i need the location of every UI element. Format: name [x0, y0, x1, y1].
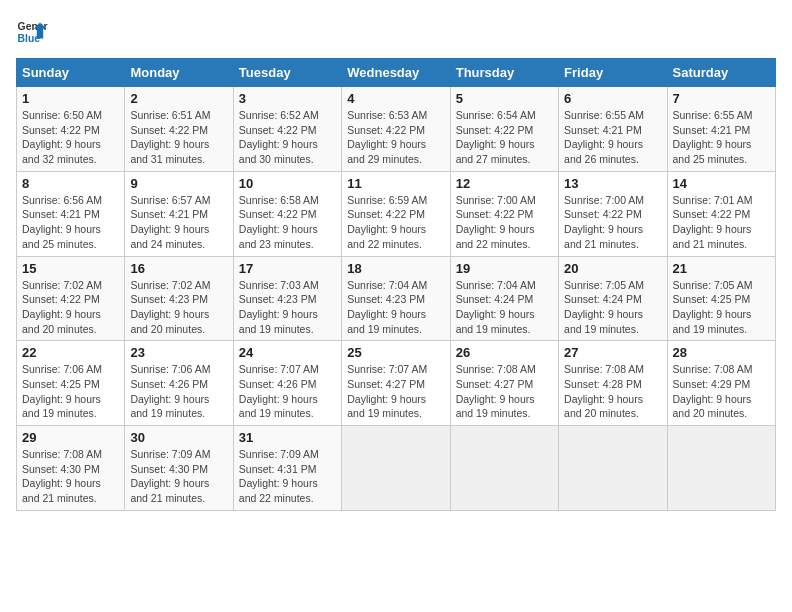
- day-number: 2: [130, 91, 227, 106]
- day-info: Sunrise: 7:08 AM Sunset: 4:29 PM Dayligh…: [673, 362, 770, 421]
- day-number: 5: [456, 91, 553, 106]
- calendar-cell: 1Sunrise: 6:50 AM Sunset: 4:22 PM Daylig…: [17, 87, 125, 172]
- day-info: Sunrise: 7:07 AM Sunset: 4:26 PM Dayligh…: [239, 362, 336, 421]
- day-number: 30: [130, 430, 227, 445]
- day-number: 25: [347, 345, 444, 360]
- calendar-cell: 24Sunrise: 7:07 AM Sunset: 4:26 PM Dayli…: [233, 341, 341, 426]
- day-number: 8: [22, 176, 119, 191]
- day-info: Sunrise: 7:02 AM Sunset: 4:23 PM Dayligh…: [130, 278, 227, 337]
- column-header-monday: Monday: [125, 59, 233, 87]
- day-number: 16: [130, 261, 227, 276]
- day-info: Sunrise: 6:56 AM Sunset: 4:21 PM Dayligh…: [22, 193, 119, 252]
- calendar-cell: 27Sunrise: 7:08 AM Sunset: 4:28 PM Dayli…: [559, 341, 667, 426]
- calendar-cell: [559, 426, 667, 511]
- calendar-cell: 5Sunrise: 6:54 AM Sunset: 4:22 PM Daylig…: [450, 87, 558, 172]
- day-info: Sunrise: 7:07 AM Sunset: 4:27 PM Dayligh…: [347, 362, 444, 421]
- day-number: 11: [347, 176, 444, 191]
- day-info: Sunrise: 7:09 AM Sunset: 4:30 PM Dayligh…: [130, 447, 227, 506]
- calendar-cell: [342, 426, 450, 511]
- day-info: Sunrise: 7:08 AM Sunset: 4:27 PM Dayligh…: [456, 362, 553, 421]
- day-number: 10: [239, 176, 336, 191]
- calendar-cell: 4Sunrise: 6:53 AM Sunset: 4:22 PM Daylig…: [342, 87, 450, 172]
- calendar-cell: 15Sunrise: 7:02 AM Sunset: 4:22 PM Dayli…: [17, 256, 125, 341]
- day-number: 4: [347, 91, 444, 106]
- day-info: Sunrise: 7:04 AM Sunset: 4:23 PM Dayligh…: [347, 278, 444, 337]
- calendar-cell: 23Sunrise: 7:06 AM Sunset: 4:26 PM Dayli…: [125, 341, 233, 426]
- column-header-friday: Friday: [559, 59, 667, 87]
- calendar-cell: 14Sunrise: 7:01 AM Sunset: 4:22 PM Dayli…: [667, 171, 775, 256]
- day-number: 28: [673, 345, 770, 360]
- header: General Blue: [16, 16, 776, 48]
- calendar-cell: 18Sunrise: 7:04 AM Sunset: 4:23 PM Dayli…: [342, 256, 450, 341]
- day-number: 22: [22, 345, 119, 360]
- calendar-cell: 6Sunrise: 6:55 AM Sunset: 4:21 PM Daylig…: [559, 87, 667, 172]
- day-info: Sunrise: 6:55 AM Sunset: 4:21 PM Dayligh…: [564, 108, 661, 167]
- day-info: Sunrise: 6:53 AM Sunset: 4:22 PM Dayligh…: [347, 108, 444, 167]
- day-info: Sunrise: 7:08 AM Sunset: 4:28 PM Dayligh…: [564, 362, 661, 421]
- day-info: Sunrise: 7:06 AM Sunset: 4:26 PM Dayligh…: [130, 362, 227, 421]
- day-info: Sunrise: 6:51 AM Sunset: 4:22 PM Dayligh…: [130, 108, 227, 167]
- calendar-cell: 31Sunrise: 7:09 AM Sunset: 4:31 PM Dayli…: [233, 426, 341, 511]
- day-info: Sunrise: 7:01 AM Sunset: 4:22 PM Dayligh…: [673, 193, 770, 252]
- day-info: Sunrise: 7:06 AM Sunset: 4:25 PM Dayligh…: [22, 362, 119, 421]
- calendar-cell: 25Sunrise: 7:07 AM Sunset: 4:27 PM Dayli…: [342, 341, 450, 426]
- day-number: 13: [564, 176, 661, 191]
- day-info: Sunrise: 6:50 AM Sunset: 4:22 PM Dayligh…: [22, 108, 119, 167]
- day-number: 14: [673, 176, 770, 191]
- column-header-sunday: Sunday: [17, 59, 125, 87]
- day-info: Sunrise: 7:05 AM Sunset: 4:24 PM Dayligh…: [564, 278, 661, 337]
- day-number: 26: [456, 345, 553, 360]
- calendar-cell: [667, 426, 775, 511]
- logo-icon: General Blue: [16, 16, 48, 48]
- day-info: Sunrise: 6:59 AM Sunset: 4:22 PM Dayligh…: [347, 193, 444, 252]
- day-number: 23: [130, 345, 227, 360]
- day-info: Sunrise: 7:00 AM Sunset: 4:22 PM Dayligh…: [564, 193, 661, 252]
- calendar-cell: 16Sunrise: 7:02 AM Sunset: 4:23 PM Dayli…: [125, 256, 233, 341]
- calendar-cell: [450, 426, 558, 511]
- day-number: 1: [22, 91, 119, 106]
- day-number: 27: [564, 345, 661, 360]
- day-number: 15: [22, 261, 119, 276]
- calendar-cell: 30Sunrise: 7:09 AM Sunset: 4:30 PM Dayli…: [125, 426, 233, 511]
- day-info: Sunrise: 6:52 AM Sunset: 4:22 PM Dayligh…: [239, 108, 336, 167]
- calendar-cell: 19Sunrise: 7:04 AM Sunset: 4:24 PM Dayli…: [450, 256, 558, 341]
- day-number: 9: [130, 176, 227, 191]
- day-info: Sunrise: 6:57 AM Sunset: 4:21 PM Dayligh…: [130, 193, 227, 252]
- day-number: 29: [22, 430, 119, 445]
- calendar-cell: 26Sunrise: 7:08 AM Sunset: 4:27 PM Dayli…: [450, 341, 558, 426]
- calendar-cell: 3Sunrise: 6:52 AM Sunset: 4:22 PM Daylig…: [233, 87, 341, 172]
- calendar-cell: 7Sunrise: 6:55 AM Sunset: 4:21 PM Daylig…: [667, 87, 775, 172]
- day-number: 19: [456, 261, 553, 276]
- day-number: 21: [673, 261, 770, 276]
- day-number: 18: [347, 261, 444, 276]
- calendar-table: SundayMondayTuesdayWednesdayThursdayFrid…: [16, 58, 776, 511]
- day-number: 20: [564, 261, 661, 276]
- day-number: 31: [239, 430, 336, 445]
- calendar-cell: 13Sunrise: 7:00 AM Sunset: 4:22 PM Dayli…: [559, 171, 667, 256]
- column-header-thursday: Thursday: [450, 59, 558, 87]
- day-info: Sunrise: 7:04 AM Sunset: 4:24 PM Dayligh…: [456, 278, 553, 337]
- calendar-cell: 11Sunrise: 6:59 AM Sunset: 4:22 PM Dayli…: [342, 171, 450, 256]
- day-number: 7: [673, 91, 770, 106]
- day-number: 6: [564, 91, 661, 106]
- calendar-cell: 20Sunrise: 7:05 AM Sunset: 4:24 PM Dayli…: [559, 256, 667, 341]
- day-info: Sunrise: 7:02 AM Sunset: 4:22 PM Dayligh…: [22, 278, 119, 337]
- calendar-cell: 2Sunrise: 6:51 AM Sunset: 4:22 PM Daylig…: [125, 87, 233, 172]
- day-info: Sunrise: 6:58 AM Sunset: 4:22 PM Dayligh…: [239, 193, 336, 252]
- calendar-cell: 22Sunrise: 7:06 AM Sunset: 4:25 PM Dayli…: [17, 341, 125, 426]
- calendar-cell: 9Sunrise: 6:57 AM Sunset: 4:21 PM Daylig…: [125, 171, 233, 256]
- day-info: Sunrise: 7:09 AM Sunset: 4:31 PM Dayligh…: [239, 447, 336, 506]
- day-number: 24: [239, 345, 336, 360]
- calendar-cell: 29Sunrise: 7:08 AM Sunset: 4:30 PM Dayli…: [17, 426, 125, 511]
- day-number: 12: [456, 176, 553, 191]
- column-header-wednesday: Wednesday: [342, 59, 450, 87]
- column-header-tuesday: Tuesday: [233, 59, 341, 87]
- calendar-cell: 21Sunrise: 7:05 AM Sunset: 4:25 PM Dayli…: [667, 256, 775, 341]
- day-info: Sunrise: 6:55 AM Sunset: 4:21 PM Dayligh…: [673, 108, 770, 167]
- day-number: 17: [239, 261, 336, 276]
- column-header-saturday: Saturday: [667, 59, 775, 87]
- calendar-cell: 28Sunrise: 7:08 AM Sunset: 4:29 PM Dayli…: [667, 341, 775, 426]
- day-number: 3: [239, 91, 336, 106]
- day-info: Sunrise: 7:05 AM Sunset: 4:25 PM Dayligh…: [673, 278, 770, 337]
- day-info: Sunrise: 6:54 AM Sunset: 4:22 PM Dayligh…: [456, 108, 553, 167]
